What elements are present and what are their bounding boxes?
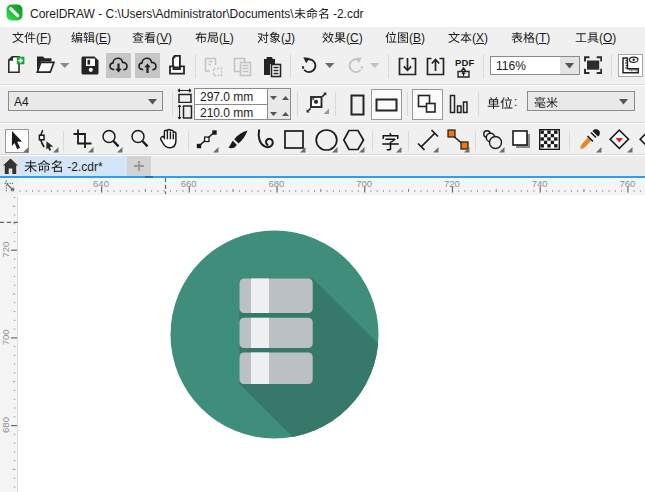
svg-text:680: 680 (269, 178, 285, 189)
svg-text:700: 700 (0, 329, 11, 345)
svg-text:720: 720 (0, 242, 11, 258)
svg-text:760: 760 (619, 178, 635, 189)
svg-text:720: 720 (444, 178, 460, 189)
svg-text:700: 700 (356, 178, 372, 189)
svg-text:680: 680 (0, 417, 11, 433)
svg-text:640: 640 (93, 178, 109, 189)
svg-text:740: 740 (532, 178, 548, 189)
svg-text:660: 660 (181, 178, 197, 189)
